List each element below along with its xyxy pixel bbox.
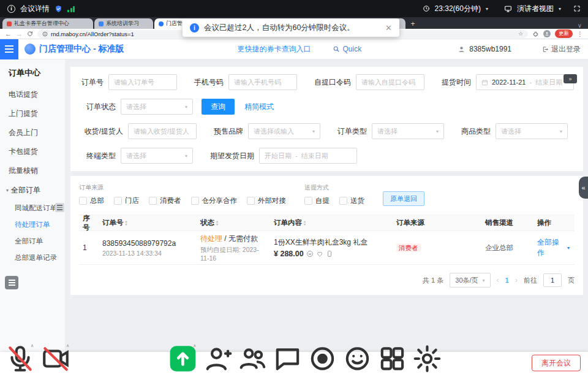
sidebar-drag-handle[interactable] (55, 203, 64, 212)
checkbox-consumer[interactable]: 消费者 (149, 196, 181, 205)
view-mode-caret-icon[interactable]: ▾ (559, 6, 561, 12)
browser-profile-avatar[interactable] (543, 30, 551, 37)
new-tab-button[interactable]: + (408, 19, 418, 29)
chat-bubble-icon (272, 343, 303, 374)
share-screen-button[interactable]: 共享屏幕 ∧ (167, 343, 198, 374)
ship-date-label: 期望发货日期 (203, 151, 259, 161)
checkbox-store[interactable]: 门店 (114, 196, 139, 205)
phone-input[interactable] (228, 74, 297, 90)
goods-type-select[interactable]: 请选择▾ (496, 123, 568, 139)
goto-page-input[interactable] (543, 273, 562, 287)
sort-icon[interactable]: ▴▾ (216, 220, 218, 226)
simple-mode-link[interactable]: 精简模式 (244, 102, 274, 112)
presale-brand-select[interactable]: 请选择或输入▾ (248, 123, 320, 139)
reactions-button[interactable]: 回应 (342, 343, 372, 374)
sort-icon[interactable]: ▴▾ (126, 220, 127, 226)
next-page-button[interactable]: › (515, 276, 518, 284)
quick-search[interactable]: Quick (333, 45, 361, 53)
members-button[interactable]: 成员(4) (237, 343, 268, 374)
sidebar-item-hq-refund-log[interactable]: 总部退单记录 (0, 250, 65, 266)
app-brand-title: 门店管理中心 - 标准版 (39, 44, 124, 55)
browser-update-button[interactable]: 更新 (555, 29, 573, 38)
browser-tab-2[interactable]: 系统培训学习 (94, 18, 153, 29)
select-placeholder: 请选择或输入 (254, 127, 294, 136)
collapse-panel-button[interactable]: » (564, 74, 577, 83)
unmute-button[interactable]: 解除静音 ∧ (5, 343, 36, 374)
cell-order-no: 83859345088979792a 2023-11-13 14:33:34 (97, 239, 195, 257)
site-info-icon[interactable] (42, 31, 48, 37)
meeting-title[interactable]: 会议详情 (20, 4, 50, 14)
sidebar-group-all-orders[interactable]: ▾ 全部订单 (0, 180, 65, 200)
col-status[interactable]: 状态▴▾ (195, 218, 269, 227)
mic-options-caret-icon[interactable]: ∧ (31, 343, 34, 348)
logout-button[interactable]: 退出登录 (542, 44, 581, 55)
invite-person-icon (202, 343, 233, 374)
fullscreen-icon[interactable] (573, 5, 581, 12)
floating-list-widget[interactable] (5, 276, 18, 289)
username[interactable]: 8385wb1991 (469, 45, 511, 53)
share-options-caret-icon[interactable]: ∧ (193, 343, 196, 348)
back-button[interactable]: ← (5, 31, 12, 37)
col-content[interactable]: 订单内容▴▾ (269, 218, 391, 227)
invite-button[interactable]: 邀请 (202, 343, 233, 374)
side-drawer-handle[interactable]: « (579, 177, 588, 199)
select-placeholder: 请选择 (501, 127, 521, 136)
forward-button[interactable]: → (16, 31, 23, 37)
sort-icon[interactable]: ▴▾ (304, 220, 306, 226)
receiver-input[interactable] (128, 123, 197, 139)
col-label: 订单内容 (274, 219, 302, 226)
sidebar-item-all-orders[interactable]: 全部订单 (0, 233, 65, 250)
meeting-timer[interactable]: 23:32(60分钟) (435, 4, 481, 14)
checkbox-delivery[interactable]: 送货 (339, 196, 364, 205)
record-icon (307, 343, 337, 374)
bookmark-star-icon[interactable]: ☆ (518, 31, 523, 37)
all-actions-link[interactable]: 全部操作▾ (537, 237, 570, 258)
current-page[interactable]: 1 (505, 277, 509, 284)
extensions-icon[interactable] (532, 31, 539, 37)
toast-close-icon[interactable]: ✕ (385, 23, 392, 32)
start-video-button[interactable]: 开启视频 ∧ (40, 343, 71, 374)
view-mode-label[interactable]: 演讲者视图 (517, 4, 554, 14)
view-mode-icon (504, 5, 512, 13)
sidebar-item-door-pickup[interactable]: 上门提货 (0, 104, 65, 123)
video-options-caret-icon[interactable]: ∧ (66, 343, 69, 348)
apps-button[interactable]: 应用 (377, 343, 407, 374)
chat-button[interactable]: 聊天 (272, 343, 303, 374)
order-status-select[interactable]: 请选择▾ (121, 99, 193, 115)
col-order-no[interactable]: 订单号▴▾ (97, 218, 195, 227)
sidebar-item-member-visit[interactable]: 会员上门 (0, 123, 65, 142)
meeting-info-icon[interactable]: i (7, 5, 15, 13)
security-shield-icon[interactable] (55, 5, 62, 13)
timer-caret-icon[interactable]: ▾ (486, 6, 488, 12)
leave-meeting-button[interactable]: 离开会议 (532, 355, 581, 372)
checkbox-hq[interactable]: 总部 (79, 196, 104, 205)
record-button[interactable]: 录制 (307, 343, 337, 374)
settings-button[interactable]: 设置 (412, 343, 442, 374)
browser-menu-icon[interactable]: ⋮ (577, 31, 583, 37)
order-type-select[interactable]: 请选择▾ (372, 123, 444, 139)
order-no-input[interactable] (108, 74, 177, 90)
menu-toggle-button[interactable] (0, 39, 18, 59)
checkbox-external[interactable]: 外部对接 (247, 196, 286, 205)
browser-tab-1[interactable]: 礼盒卡券平台管理中心 (2, 18, 93, 29)
sidebar-item-pending-orders[interactable]: 待处理订单 (0, 216, 65, 233)
sidebar-item-phone-pickup[interactable]: 电话提货 (0, 85, 65, 104)
pickup-time-range[interactable]: 2022-11-21 - 结束日期 (476, 74, 574, 90)
terminal-type-select[interactable]: 请选择▾ (121, 148, 193, 164)
checkbox-icon (191, 197, 199, 205)
checkbox-warehouse-coop[interactable]: 仓分享合作 (191, 196, 238, 205)
pickup-code-input[interactable] (356, 74, 424, 90)
sidebar-item-card-pickup[interactable]: 卡包提货 (0, 142, 65, 161)
refresh-button[interactable] (27, 31, 33, 37)
page-size-select[interactable]: 30条/页▾ (450, 273, 490, 288)
checkbox-self-pickup[interactable]: 自提 (304, 196, 330, 205)
quick-entry-link[interactable]: 更快捷的券卡查询入口 (237, 44, 311, 55)
tab-search-caret-icon[interactable]: ∨ (578, 22, 582, 29)
network-signal-icon[interactable] (67, 6, 75, 12)
sidebar-item-batch-verify[interactable]: 批量核销 (0, 161, 65, 180)
search-button[interactable]: 查询 (202, 99, 235, 115)
original-order-return-button[interactable]: 原单退回 (383, 191, 424, 206)
action-label: 全部操作 (537, 237, 565, 258)
ship-date-range[interactable]: 开始日期 - 结束日期 (259, 148, 357, 164)
prev-page-button[interactable]: ‹ (497, 276, 499, 284)
